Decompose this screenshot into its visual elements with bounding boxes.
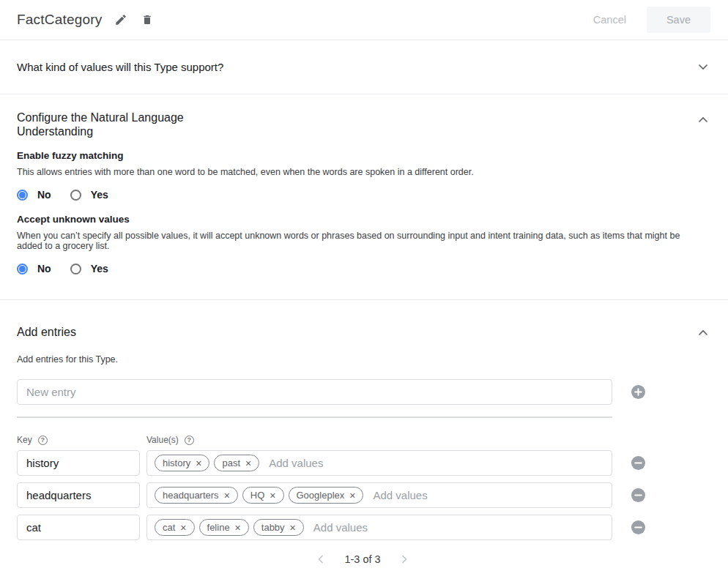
pagination-next-button[interactable]: [398, 552, 410, 567]
entry-key-input[interactable]: [17, 482, 140, 508]
value-chip: history×: [155, 455, 209, 471]
entries-column-headers: Key ? Value(s) ?: [17, 435, 708, 445]
chip-remove-icon[interactable]: ×: [245, 458, 251, 468]
add-values-placeholder: Add values: [373, 489, 427, 501]
value-chip-label: HQ: [250, 490, 265, 501]
header-bar: FactCategory Cancel Save: [0, 0, 728, 40]
fuzzy-radio-no[interactable]: No: [17, 189, 51, 201]
type-editor-page: FactCategory Cancel Save What kind of va…: [0, 0, 728, 579]
entries-section-header: Add entries: [17, 326, 708, 339]
pagination: 1-3 of 3: [17, 552, 708, 567]
radio-unselected-icon: [70, 264, 81, 274]
value-chip-label: headquarters: [163, 490, 219, 501]
entry-values-box[interactable]: cat×feline×tabby×Add values: [146, 515, 612, 540]
chip-remove-icon[interactable]: ×: [270, 490, 275, 501]
radio-label: No: [37, 263, 51, 274]
new-entry-row: [17, 379, 708, 405]
value-chip: HQ×: [242, 487, 284, 504]
remove-entry-button[interactable]: [631, 456, 645, 470]
chevron-down-icon[interactable]: [698, 64, 708, 70]
unknown-values-description: When you can’t specify all possible valu…: [17, 231, 698, 251]
entries-description: Add entries for this Type.: [17, 354, 708, 365]
values-help-icon[interactable]: ?: [185, 436, 194, 445]
value-chip-label: tabby: [261, 522, 285, 533]
radio-label: Yes: [91, 189, 108, 201]
save-button[interactable]: Save: [647, 7, 710, 33]
chevron-up-icon[interactable]: [698, 329, 708, 336]
radio-selected-icon: [17, 264, 28, 274]
chip-remove-icon[interactable]: ×: [224, 490, 230, 501]
value-chip-label: feline: [207, 522, 230, 533]
remove-entry-button[interactable]: [631, 488, 645, 502]
chevron-right-icon: [401, 555, 407, 564]
value-chip: cat×: [155, 519, 195, 536]
value-chip: tabby×: [253, 519, 304, 536]
radio-label: No: [37, 189, 51, 201]
trash-icon: [141, 13, 153, 26]
entry-key-input[interactable]: [17, 450, 140, 476]
minus-icon: [634, 523, 642, 531]
nlu-section-header: Configure the Natural Language Understan…: [17, 111, 708, 138]
radio-label: Yes: [91, 263, 108, 274]
minus-icon: [634, 459, 642, 467]
unknown-values-heading: Accept unknown values: [17, 214, 708, 225]
page-title: FactCategory: [17, 12, 102, 28]
entry-row: history×past×Add values: [17, 450, 708, 476]
value-chip-label: history: [163, 457, 190, 468]
value-chip: headquarters×: [155, 487, 238, 504]
fuzzy-matching-heading: Enable fuzzy matching: [17, 150, 708, 161]
value-chip-label: past: [222, 457, 240, 468]
entry-rows-list: history×past×Add valuesheadquarters×HQ×G…: [17, 450, 708, 540]
chevron-up-icon[interactable]: [698, 116, 708, 123]
fuzzy-matching-radio-group: No Yes: [17, 187, 708, 202]
pagination-range-label: 1-3 of 3: [344, 553, 380, 565]
entry-values-box[interactable]: headquarters×HQ×Googleplex×Add values: [146, 482, 612, 508]
value-chip-label: Googleplex: [297, 490, 345, 501]
plus-icon: [634, 388, 642, 396]
add-values-placeholder: Add values: [313, 521, 368, 534]
key-column-header: Key: [17, 435, 32, 445]
value-chip-label: cat: [163, 522, 175, 533]
remove-entry-button[interactable]: [631, 520, 645, 534]
chip-remove-icon[interactable]: ×: [235, 523, 241, 533]
values-support-title: What kind of values will this Type suppo…: [17, 61, 223, 73]
pagination-prev-button[interactable]: [315, 552, 327, 567]
unknown-values-radio-group: No Yes: [17, 261, 708, 276]
fuzzy-radio-yes[interactable]: Yes: [70, 189, 108, 201]
entry-values-box[interactable]: history×past×Add values: [146, 450, 612, 476]
cancel-button[interactable]: Cancel: [583, 8, 636, 31]
chip-remove-icon[interactable]: ×: [196, 458, 201, 468]
section-entries: Add entries Add entries for this Type. K…: [0, 300, 728, 567]
value-chip: Googleplex×: [289, 487, 364, 504]
entry-row: headquarters×HQ×Googleplex×Add values: [17, 482, 708, 508]
new-entry-input[interactable]: [17, 379, 612, 405]
unknown-radio-yes[interactable]: Yes: [70, 263, 108, 274]
fuzzy-matching-description: This allows entries with more than one w…: [17, 167, 698, 177]
unknown-radio-no[interactable]: No: [17, 263, 51, 274]
chip-remove-icon[interactable]: ×: [290, 523, 296, 533]
key-help-icon[interactable]: ?: [38, 436, 48, 445]
radio-unselected-icon: [70, 190, 81, 201]
entries-divider: [17, 416, 612, 418]
pencil-icon: [114, 13, 127, 26]
section-nlu: Configure the Natural Language Understan…: [0, 94, 728, 300]
minus-icon: [634, 491, 642, 499]
delete-type-button[interactable]: [140, 12, 155, 28]
entries-section-title: Add entries: [17, 326, 76, 339]
add-values-placeholder: Add values: [269, 457, 323, 469]
edit-title-button[interactable]: [113, 12, 129, 28]
section-toggle-values-support[interactable]: What kind of values will this Type suppo…: [0, 40, 728, 94]
chevron-left-icon: [318, 555, 324, 564]
value-chip: feline×: [199, 519, 249, 536]
add-entry-button[interactable]: [631, 385, 645, 399]
entry-key-input[interactable]: [17, 515, 140, 540]
chip-remove-icon[interactable]: ×: [180, 523, 186, 533]
chip-remove-icon[interactable]: ×: [349, 490, 355, 501]
nlu-section-title: Configure the Natural Language Understan…: [17, 111, 204, 138]
value-chip: past×: [214, 455, 259, 471]
entry-row: cat×feline×tabby×Add values: [17, 515, 708, 540]
radio-selected-icon: [17, 190, 28, 201]
values-column-header: Value(s): [146, 435, 179, 445]
